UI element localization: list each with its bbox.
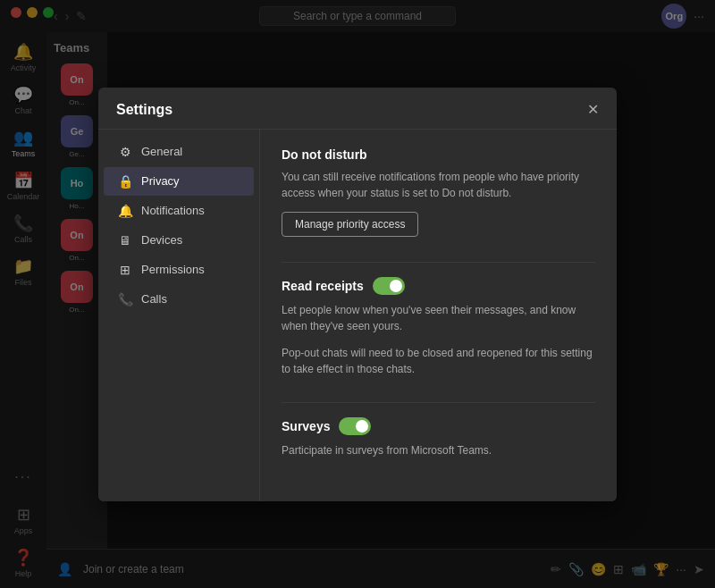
nav-item-permissions[interactable]: ⊞ Permissions (104, 256, 254, 284)
read-receipts-desc2: Pop-out chats will need to be closed and… (282, 345, 595, 377)
general-icon: ⚙ (118, 145, 132, 159)
nav-item-label: Devices (141, 233, 182, 247)
nav-item-devices[interactable]: 🖥 Devices (104, 226, 254, 255)
devices-icon: 🖥 (118, 233, 132, 248)
surveys-toggle[interactable] (339, 417, 371, 435)
settings-content: Do not disturb You can still receive not… (259, 130, 617, 501)
nav-item-calls[interactable]: 📞 Calls (104, 285, 254, 314)
dnd-description: You can still receive notifications from… (282, 169, 595, 201)
modal-body: ⚙ General 🔒 Privacy 🔔 Notifications 🖥 De… (98, 130, 617, 501)
manage-priority-access-button[interactable]: Manage priority access (282, 212, 418, 237)
read-receipts-label: Read receipts (282, 279, 364, 293)
nav-item-label: General (141, 145, 182, 158)
nav-item-general[interactable]: ⚙ General (104, 138, 254, 166)
notifications-icon: 🔔 (118, 204, 132, 218)
privacy-icon: 🔒 (118, 174, 132, 189)
read-receipts-toggle[interactable] (373, 277, 405, 295)
calls-nav-icon: 📞 (118, 292, 132, 307)
surveys-toggle-row: Surveys (282, 417, 595, 435)
nav-item-label: Notifications (141, 204, 205, 217)
dnd-title: Do not disturb (282, 147, 595, 162)
settings-nav: ⚙ General 🔒 Privacy 🔔 Notifications 🖥 De… (98, 130, 259, 501)
modal-title: Settings (116, 102, 172, 118)
permissions-icon: ⊞ (118, 263, 132, 277)
dnd-section: Do not disturb You can still receive not… (282, 147, 595, 237)
modal-header: Settings ✕ (98, 88, 617, 130)
nav-item-label: Privacy (141, 174, 180, 188)
read-receipts-toggle-row: Read receipts (282, 277, 595, 295)
surveys-section: Surveys Participate in surveys from Micr… (282, 417, 595, 458)
divider-1 (282, 262, 595, 263)
read-receipts-desc1: Let people know when you've seen their m… (282, 302, 595, 334)
nav-item-label: Permissions (141, 263, 205, 276)
divider-2 (282, 402, 595, 403)
nav-item-privacy[interactable]: 🔒 Privacy (104, 167, 254, 196)
nav-item-label: Calls (141, 292, 167, 306)
modal-overlay: Settings ✕ ⚙ General 🔒 Privacy 🔔 Notific… (0, 0, 715, 588)
read-receipts-section: Read receipts Let people know when you'v… (282, 277, 595, 377)
nav-item-notifications[interactable]: 🔔 Notifications (104, 197, 254, 225)
surveys-label: Surveys (282, 419, 330, 433)
modal-close-button[interactable]: ✕ (587, 103, 599, 117)
settings-modal: Settings ✕ ⚙ General 🔒 Privacy 🔔 Notific… (98, 88, 617, 501)
surveys-description: Participate in surveys from Microsoft Te… (282, 442, 595, 458)
